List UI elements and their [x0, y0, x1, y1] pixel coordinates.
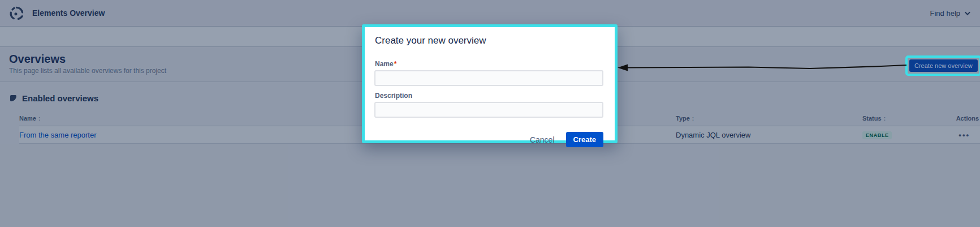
required-asterisk: * — [394, 60, 397, 68]
annotation-arrow — [618, 61, 907, 75]
dialog-footer: Cancel Create — [374, 132, 603, 147]
create-button[interactable]: Create — [566, 132, 603, 147]
name-field[interactable] — [374, 70, 603, 86]
dialog-title: Create your new overview — [375, 35, 603, 46]
cancel-button[interactable]: Cancel — [530, 135, 555, 144]
description-field[interactable] — [374, 102, 603, 118]
create-overview-dialog: Create your new overview Name* Descripti… — [362, 24, 618, 143]
highlight-frame: Create new overview — [905, 55, 980, 76]
create-new-overview-button[interactable]: Create new overview — [909, 59, 978, 72]
description-field-label: Description — [375, 92, 603, 100]
name-field-label: Name* — [375, 60, 603, 68]
